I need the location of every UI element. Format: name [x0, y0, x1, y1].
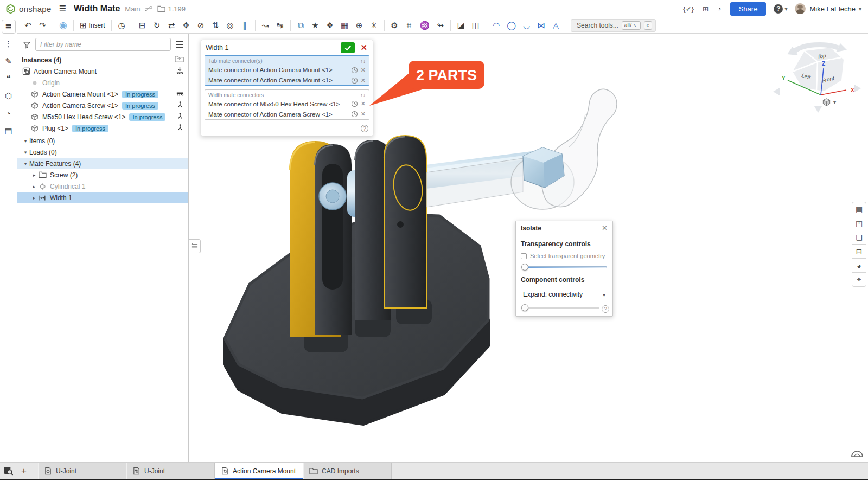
filter-icon[interactable] — [23, 41, 31, 49]
featurescript-icon[interactable]: {✓} — [683, 5, 694, 13]
bom-icon[interactable]: ▤ — [2, 124, 16, 138]
slider-mate-icon[interactable]: ⇄ — [164, 18, 179, 33]
routing-tool-3-icon[interactable]: ◡ — [519, 18, 534, 33]
planar-mate-icon[interactable]: ✥ — [179, 18, 194, 33]
comments-icon[interactable]: ❝ — [2, 72, 16, 86]
selection-icon[interactable]: ⌖ — [852, 272, 866, 287]
pin-slot-mate-icon[interactable]: ⇅ — [208, 18, 223, 33]
fix-to-ground-icon[interactable] — [176, 67, 184, 76]
view-cube[interactable]: Top Left Front X Y Z — [772, 40, 864, 121]
main-menu-icon[interactable]: ☰ — [59, 4, 66, 14]
history-clock-icon[interactable] — [351, 100, 358, 107]
app-store-icon[interactable]: ⊞ — [703, 5, 709, 13]
remove-icon[interactable]: ✕ — [361, 100, 366, 107]
tripod-icon[interactable] — [176, 124, 184, 133]
ball-mate-icon[interactable]: ◎ — [223, 18, 238, 33]
pattern-icon[interactable]: ▦ — [337, 18, 352, 33]
instance-row[interactable]: Action Camera Mount <1>In progress — [17, 88, 188, 100]
prong-right-selected[interactable] — [384, 136, 426, 308]
tangent-mate-icon[interactable]: ↝ — [258, 18, 273, 33]
help-icon[interactable]: ? — [774, 4, 783, 14]
mate-relation-icon[interactable]: ★ — [308, 18, 323, 33]
help-menu[interactable]: ? ▾ — [774, 4, 787, 14]
routing-tool-5-icon[interactable]: ◬ — [548, 18, 563, 33]
revolute-mate-icon[interactable]: ↻ — [150, 18, 164, 33]
undo-icon[interactable]: ↶ — [21, 18, 35, 33]
configurations-icon[interactable]: ⋮ — [2, 37, 16, 51]
help-icon[interactable]: ? — [602, 305, 609, 313]
expand-dropdown[interactable]: Expand: connectivity ▾ — [521, 289, 608, 300]
belt-relation-icon[interactable]: ↬ — [433, 18, 448, 33]
mate-connector-row[interactable]: Mate connector of M5x50 Hex Head Screw <… — [205, 99, 369, 109]
document-tab[interactable]: U-Joint — [126, 463, 215, 479]
screw-relation-icon[interactable]: ♒ — [417, 18, 433, 33]
transparency-slider-thumb[interactable] — [521, 264, 528, 271]
learning-center-icon[interactable]: ◔ — [717, 5, 722, 13]
mate-connector-row[interactable]: Mate connector of Action Camera Mount <1… — [205, 65, 369, 75]
search-tools-input[interactable]: Search tools... alt/⌥ c — [571, 19, 656, 32]
parallel-mate-icon[interactable]: ∥ — [238, 18, 252, 33]
edit-appearance-icon[interactable]: ✎ — [2, 54, 16, 68]
display-states-icon[interactable]: ◫ — [468, 18, 483, 33]
sort-icon[interactable]: ↑↓ — [360, 92, 366, 98]
add-tab-button[interactable]: + — [16, 463, 31, 479]
instance-row[interactable]: Action Camera Screw <1>In progress — [17, 100, 188, 111]
remove-icon[interactable]: ✕ — [361, 67, 366, 74]
performance-icon[interactable]: ◔ — [2, 106, 16, 120]
remove-icon[interactable]: ✕ — [361, 111, 366, 118]
graphics-viewport[interactable]: Width 1 ✕ Tab mate connector(s)↑↓Mate co… — [189, 34, 868, 462]
assembly-tree-icon[interactable]: ≣ — [2, 20, 16, 34]
section-view-icon[interactable]: ◳ — [852, 216, 866, 230]
help-icon[interactable]: ? — [361, 125, 368, 132]
insert-icon[interactable]: ⊞Insert — [76, 18, 108, 33]
snap-mode-icon[interactable]: ⊕ — [352, 18, 367, 33]
routing-tool-4-icon[interactable]: ⋈ — [534, 18, 548, 33]
sync-icon[interactable]: ◉ — [56, 18, 71, 33]
section-items[interactable]: ▾ Items (0) — [17, 135, 188, 146]
onshape-logo[interactable]: onshape — [5, 4, 52, 14]
feature-list-flyout-handle[interactable] — [189, 239, 201, 253]
tripod-icon[interactable] — [176, 112, 184, 121]
gear-relation-icon[interactable]: ⚙ — [387, 18, 402, 33]
rack-relation-icon[interactable]: ⌗ — [402, 18, 417, 33]
chevron-down-icon[interactable]: ▾ — [22, 138, 29, 144]
chevron-right-icon[interactable]: ▸ — [30, 184, 38, 189]
expand-slider[interactable] — [521, 304, 599, 312]
accept-button[interactable] — [341, 42, 355, 53]
mate-connector-row[interactable]: Mate connector of Action Camera Mount <1… — [205, 75, 369, 85]
history-clock-icon[interactable] — [351, 111, 358, 118]
replicate-icon[interactable]: ❖ — [323, 18, 337, 33]
model-browser-icon[interactable]: ▤ — [852, 202, 866, 216]
insert-to-folder-icon[interactable] — [175, 55, 184, 65]
share-link-icon[interactable] — [145, 5, 152, 12]
section-mate-features[interactable]: ▾ Mate Features (4) — [17, 158, 188, 169]
origin-row[interactable]: Origin — [17, 77, 188, 88]
expand-slider-thumb[interactable] — [521, 304, 528, 311]
routing-tool-2-icon[interactable]: ◯ — [503, 18, 519, 33]
user-name[interactable]: Mike LaFleche — [809, 5, 856, 13]
transparency-slider[interactable] — [521, 264, 607, 271]
ghost-handle[interactable] — [511, 89, 617, 209]
filter-input[interactable] — [35, 38, 171, 51]
mate-connector-row[interactable]: Mate connector of Action Camera Screw <1… — [205, 109, 369, 119]
measure-icon[interactable]: ⊟ — [852, 244, 866, 259]
fastened-mate-icon[interactable]: ⊟ — [135, 18, 150, 33]
history-clock-icon[interactable] — [351, 67, 358, 74]
version-number[interactable]: 1.199 — [168, 5, 186, 13]
chevron-right-icon[interactable]: ▸ — [30, 172, 38, 178]
close-icon[interactable]: ✕ — [602, 224, 608, 232]
mate-connector-icon[interactable]: ◷ — [114, 18, 129, 33]
remove-icon[interactable]: ✕ — [361, 77, 366, 84]
list-view-icon[interactable] — [175, 41, 184, 48]
avatar[interactable] — [795, 3, 806, 14]
redo-icon[interactable]: ↷ — [35, 18, 50, 33]
exploded-view-icon[interactable]: ✳ — [367, 18, 381, 33]
mate-feature-row[interactable]: ▸Width 1 — [17, 192, 188, 203]
tripod-icon[interactable] — [176, 101, 184, 110]
width-mate-icon[interactable]: ↹ — [273, 18, 288, 33]
named-views-icon[interactable]: ◕ — [852, 258, 866, 273]
tab-finder-icon[interactable] — [0, 463, 16, 479]
document-tab[interactable]: U-Joint — [38, 463, 126, 479]
appearance-panel-icon[interactable]: ❏ — [852, 230, 866, 245]
sort-icon[interactable]: ↑↓ — [360, 58, 366, 64]
